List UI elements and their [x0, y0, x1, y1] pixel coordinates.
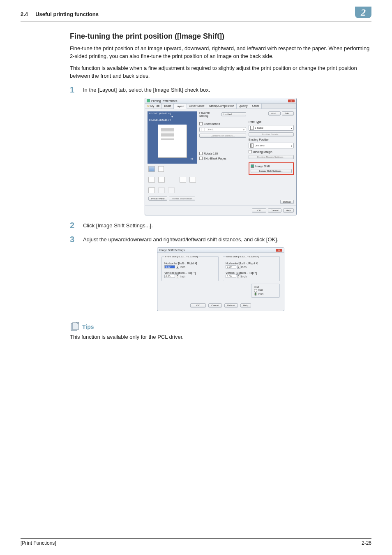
favorite-setting-value[interactable]: Untitled: [221, 112, 246, 116]
help-button[interactable]: Help: [283, 208, 294, 213]
tab-cover-mode[interactable]: Cover Mode: [187, 104, 207, 109]
booklet-details-button[interactable]: Booklet Details...: [249, 132, 294, 136]
edit-favorite-button[interactable]: Edit...: [282, 111, 294, 116]
image-shift-checkbox[interactable]: [251, 164, 254, 168]
combination-checkbox[interactable]: [199, 122, 203, 125]
printing-preferences-dialog: Printing Preferences × ⚙My Tab Basic Lay…: [145, 98, 297, 215]
skip-blank-checkbox[interactable]: [199, 157, 203, 160]
back-vt-input[interactable]: 0.00: [226, 275, 236, 278]
section-title-head: Useful printing functions: [35, 11, 99, 17]
image-shift-settings-dialog: Image Shift Settings × Front Side [-3.93…: [157, 247, 284, 311]
tab-basic[interactable]: Basic: [162, 104, 173, 109]
front-hz-label: Horizontal [Left -, Right +]: [164, 262, 216, 265]
printer-info-button[interactable]: Printer Information: [169, 197, 195, 201]
lock-icon: [158, 187, 165, 193]
doc-icon: [158, 177, 165, 183]
print-type-select[interactable]: 2-Sided▾: [249, 125, 294, 131]
sheet-icon: [250, 126, 254, 130]
rotate-label: Rotate 180: [204, 152, 218, 155]
page-icon: [180, 177, 186, 183]
image-shift-settings-button[interactable]: Image Shift Settings...: [251, 169, 292, 173]
front-hz-input[interactable]: 0.00: [164, 265, 175, 268]
tab-strip: ⚙My Tab Basic Layout Cover Mode Stamp/Co…: [145, 104, 296, 109]
cancel-button[interactable]: Cancel: [268, 208, 281, 213]
preview-paper-in: 8 1/2x11 (8.5x11 in): [148, 111, 197, 116]
front-vt-input[interactable]: 0.00: [164, 275, 175, 278]
image-shift-highlight: Image Shift Image Shift Settings...: [249, 162, 294, 175]
running-head: 2.4 Useful printing functions: [21, 11, 99, 17]
printer-icon: [147, 99, 150, 102]
skip-blank-label: Skip Blank Pages: [204, 157, 226, 160]
back-hz-label: Horizontal [Left -, Right +]: [226, 262, 277, 265]
unit-legend: Unit: [254, 286, 277, 289]
doc-icon: [148, 177, 155, 183]
close-button[interactable]: ×: [276, 249, 282, 252]
page-title: Fine-tuning the print position ([Image S…: [70, 32, 371, 41]
note-icon: [148, 187, 155, 193]
printer-view-button[interactable]: Printer View: [148, 197, 167, 201]
ok-button[interactable]: OK: [190, 303, 206, 308]
dialog-title: Image Shift Settings: [159, 249, 185, 252]
default-button[interactable]: Default: [224, 303, 238, 308]
step-text: Adjust the upward/downward and rightward…: [83, 235, 278, 243]
center-column: Favorite Setting Untitled Combination 2 …: [199, 111, 246, 203]
bind-icon: [250, 143, 254, 148]
tab-stamp[interactable]: Stamp/Composition: [207, 104, 237, 109]
spinner[interactable]: ▴▾: [237, 265, 240, 269]
footer-page-number: 2-26: [362, 540, 371, 546]
default-button[interactable]: Default: [280, 200, 294, 204]
preview-paper-out: 8 1/2x11 (8.5x11 in): [148, 118, 197, 122]
dialog-titlebar: Printing Preferences ×: [145, 98, 296, 104]
tab-quality[interactable]: Quality: [237, 104, 250, 109]
spinner[interactable]: ▴▾: [176, 274, 179, 278]
unit-inch-label: inch: [258, 292, 263, 295]
unit-label: inch: [180, 266, 185, 268]
binding-position-select[interactable]: Left Bind▾: [249, 143, 294, 148]
step-1: 1 In the [Layout] tab, select the [Image…: [70, 86, 371, 94]
step-text: In the [Layout] tab, select the [Image S…: [83, 86, 210, 93]
tips-icon: [70, 322, 80, 332]
step-number: 1: [70, 86, 83, 94]
tips-heading: Tips: [70, 322, 371, 332]
tips-text: This function is available only for the …: [70, 333, 371, 341]
favorite-setting-label: Favorite Setting: [199, 111, 219, 117]
unit-label: inch: [180, 275, 185, 278]
intro-para-2: This function is available when a fine a…: [70, 65, 371, 80]
ok-button[interactable]: OK: [252, 208, 266, 213]
step-3: 3 Adjust the upward/downward and rightwa…: [70, 235, 371, 243]
chapter-badge: 2: [355, 7, 371, 18]
spinner[interactable]: ▴▾: [237, 274, 240, 278]
diamond-icon: [189, 177, 196, 183]
back-side-legend: Back Side [-3.93... +3.93inch]: [226, 255, 260, 258]
printer-status-icon: [148, 166, 155, 172]
image-shift-label: Image Shift: [255, 165, 270, 168]
section-number: 2.4: [21, 11, 28, 17]
combination-select[interactable]: 2 in 1▾: [199, 127, 246, 132]
back-hz-input[interactable]: 0.00: [226, 265, 236, 268]
spinner[interactable]: ▴▾: [176, 265, 179, 269]
dialog-title: Printing Preferences: [151, 99, 177, 102]
tab-layout[interactable]: Layout: [174, 104, 187, 109]
print-type-label: Print Type: [249, 120, 294, 123]
step-number: 3: [70, 235, 83, 243]
tab-mytab[interactable]: ⚙My Tab: [145, 104, 162, 109]
cancel-button[interactable]: Cancel: [208, 303, 222, 308]
combination-details-button[interactable]: Combination Details...: [199, 134, 246, 138]
binding-margin-checkbox[interactable]: [249, 150, 252, 153]
close-button[interactable]: ×: [288, 99, 295, 102]
back-side-group: Back Side [-3.93... +3.93inch] Horizonta…: [223, 256, 280, 281]
rotate-checkbox[interactable]: [199, 152, 203, 155]
right-column: . Add... Edit... Print Type 2-Sided▾ Boo…: [249, 111, 294, 203]
unit-mm-radio[interactable]: [254, 289, 257, 292]
unit-label: inch: [241, 275, 247, 278]
add-favorite-button[interactable]: Add...: [268, 111, 281, 116]
front-side-group: Front Side [-3.93... +3.93inch] Horizont…: [161, 256, 219, 281]
binding-margin-settings-button[interactable]: Binding Margin Settings...: [249, 155, 294, 159]
help-button[interactable]: Help: [240, 303, 251, 308]
tab-other[interactable]: Other: [250, 104, 262, 109]
binding-margin-label: Binding Margin: [253, 150, 272, 153]
footer-left: [Print Functions]: [21, 540, 56, 546]
preview-column: 8 1/2x11 (8.5x11 in) ▼ 8 1/2x11 (8.5x11 …: [148, 111, 197, 203]
intro-para-1: Fine-tune the print position of an image…: [70, 45, 371, 60]
unit-inch-radio[interactable]: [254, 292, 257, 296]
